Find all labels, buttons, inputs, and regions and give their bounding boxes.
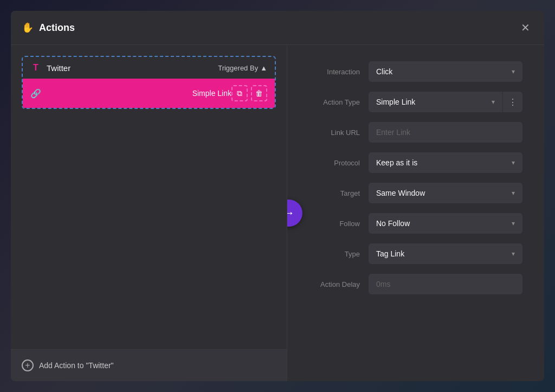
type-select[interactable]: Tag Link ▾ [369, 243, 522, 264]
modal-overlay: ✋ Actions ✕ T Twitter Triggered By ▲ [0, 0, 555, 392]
action-item-label: Simple Link [192, 89, 231, 98]
action-type-select[interactable]: Simple Link ▾ [369, 92, 502, 112]
protocol-row: Protocol Keep as it is ▾ [309, 152, 522, 173]
action-type-label: Action Type [309, 98, 369, 106]
chevron-down-icon: ▾ [512, 220, 515, 227]
modal-title: Actions [39, 22, 517, 34]
trigger-name: Twitter [47, 63, 218, 73]
actions-modal: ✋ Actions ✕ T Twitter Triggered By ▲ [11, 11, 544, 381]
chevron-down-icon: ▾ [492, 98, 495, 106]
add-icon: + [22, 359, 34, 371]
type-value: Tag Link [376, 249, 404, 258]
link-url-row: Link URL Enter Link [309, 122, 522, 143]
type-label: Type [309, 250, 369, 258]
link-icon: 🔗 [30, 88, 41, 99]
right-panel: → Interaction Click ▾ Action Type Simple [287, 45, 544, 381]
left-panel: T Twitter Triggered By ▲ 🔗 Simple Link ⧉ [11, 45, 287, 381]
action-type-arrow-badge: → [287, 200, 302, 227]
protocol-value: Keep as it is [376, 158, 417, 167]
add-action-label: Add Action to "Twitter" [39, 361, 114, 370]
follow-label: Follow [309, 220, 369, 228]
target-value: Same Window [376, 189, 425, 197]
chevron-down-icon: ▾ [512, 68, 515, 75]
target-select[interactable]: Same Window ▾ [369, 183, 522, 203]
chevron-down-icon: ▾ [512, 159, 515, 166]
chevron-down-icon: ▾ [512, 250, 515, 258]
action-type-row: Action Type Simple Link ▾ ⋮ [309, 92, 522, 112]
chevron-down-icon: ▾ [512, 189, 515, 197]
trigger-header: T Twitter Triggered By ▲ [23, 57, 275, 79]
action-delay-row: Action Delay 0ms [309, 274, 522, 294]
trigger-block: T Twitter Triggered By ▲ 🔗 Simple Link ⧉ [22, 56, 276, 109]
link-url-placeholder: Enter Link [376, 128, 410, 137]
close-button[interactable]: ✕ [517, 20, 533, 36]
delete-action-button[interactable]: 🗑 [251, 85, 267, 101]
action-type-more-button[interactable]: ⋮ [502, 92, 522, 112]
copy-action-button[interactable]: ⧉ [231, 85, 248, 101]
link-url-input[interactable]: Enter Link [369, 122, 522, 143]
action-type-control: Simple Link ▾ ⋮ [369, 92, 522, 112]
actions-icon: ✋ [22, 22, 34, 34]
twitter-icon: T [30, 62, 41, 73]
action-delay-input[interactable]: 0ms [369, 274, 522, 294]
follow-select[interactable]: No Follow ▾ [369, 213, 522, 234]
interaction-row: Interaction Click ▾ [309, 61, 522, 82]
target-label: Target [309, 189, 369, 197]
interaction-select[interactable]: Click ▾ [369, 61, 522, 82]
action-type-value: Simple Link [376, 98, 415, 106]
follow-row: Follow No Follow ▾ [309, 213, 522, 234]
modal-header: ✋ Actions ✕ [11, 11, 544, 45]
action-delay-label: Action Delay [309, 280, 369, 288]
target-row: Target Same Window ▾ [309, 183, 522, 203]
interaction-label: Interaction [309, 68, 369, 76]
action-delay-value: 0ms [376, 280, 390, 288]
link-url-label: Link URL [309, 128, 369, 137]
follow-value: No Follow [376, 219, 410, 228]
protocol-select[interactable]: Keep as it is ▾ [369, 152, 522, 173]
action-item-simple-link[interactable]: 🔗 Simple Link ⧉ 🗑 [23, 79, 275, 108]
type-row: Type Tag Link ▾ [309, 243, 522, 264]
modal-body: T Twitter Triggered By ▲ 🔗 Simple Link ⧉ [11, 45, 544, 381]
protocol-label: Protocol [309, 159, 369, 167]
action-item-buttons: ⧉ 🗑 [231, 85, 267, 101]
interaction-value: Click [376, 67, 392, 76]
triggered-by-label: Triggered By ▲ [218, 64, 267, 72]
add-action-bar[interactable]: + Add Action to "Twitter" [11, 349, 287, 381]
